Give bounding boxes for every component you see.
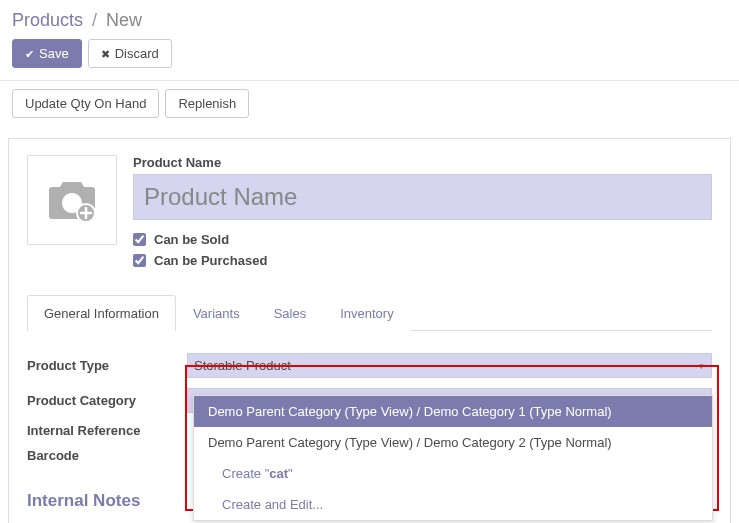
product-name-input[interactable] xyxy=(133,174,712,220)
caret-down-icon: ▾ xyxy=(699,361,704,371)
breadcrumb: Products / New xyxy=(0,0,739,39)
create-term: cat xyxy=(269,466,288,481)
product-category-dropdown: Demo Parent Category (Type View) / Demo … xyxy=(193,395,713,521)
create-prefix: Create " xyxy=(222,466,269,481)
breadcrumb-separator: / xyxy=(92,10,97,30)
breadcrumb-current: New xyxy=(106,10,142,30)
primary-button-row: Save Discard xyxy=(0,39,739,80)
product-type-select[interactable]: Storable Product ▾ xyxy=(187,353,712,378)
name-section: Product Name Can be Sold Can be Purchase… xyxy=(133,155,712,274)
tabs: General Information Variants Sales Inven… xyxy=(27,294,712,331)
camera-plus-icon xyxy=(42,175,102,225)
replenish-button[interactable]: Replenish xyxy=(165,89,249,118)
can-be-sold-label: Can be Sold xyxy=(154,232,229,247)
form-sheet: Product Name Can be Sold Can be Purchase… xyxy=(8,138,731,523)
barcode-label: Barcode xyxy=(27,448,187,463)
product-category-label: Product Category xyxy=(27,393,187,408)
can-be-purchased-checkbox[interactable] xyxy=(133,254,146,267)
discard-button-label: Discard xyxy=(115,46,159,61)
tab-sales[interactable]: Sales xyxy=(257,295,324,331)
can-be-purchased-row: Can be Purchased xyxy=(133,253,712,268)
can-be-sold-checkbox[interactable] xyxy=(133,233,146,246)
product-image-upload[interactable] xyxy=(27,155,117,245)
save-button-label: Save xyxy=(39,46,69,61)
can-be-purchased-label: Can be Purchased xyxy=(154,253,267,268)
can-be-sold-row: Can be Sold xyxy=(133,232,712,247)
dropdown-option-2[interactable]: Demo Parent Category (Type View) / Demo … xyxy=(194,427,712,458)
tab-inventory[interactable]: Inventory xyxy=(323,295,410,331)
top-section: Product Name Can be Sold Can be Purchase… xyxy=(27,155,712,274)
product-name-label: Product Name xyxy=(133,155,712,170)
product-type-label: Product Type xyxy=(27,358,187,373)
product-type-value: Storable Product xyxy=(194,358,291,373)
internal-reference-label: Internal Reference xyxy=(27,423,187,438)
save-button[interactable]: Save xyxy=(12,39,82,68)
dropdown-create-option[interactable]: Create "cat" xyxy=(194,458,712,489)
dropdown-create-edit-option[interactable]: Create and Edit... xyxy=(194,489,712,520)
times-icon xyxy=(101,46,110,61)
create-suffix: " xyxy=(288,466,293,481)
action-button-row: Update Qty On Hand Replenish xyxy=(0,80,739,126)
dropdown-option-1[interactable]: Demo Parent Category (Type View) / Demo … xyxy=(194,396,712,427)
tab-general-information[interactable]: General Information xyxy=(27,295,176,331)
tab-variants[interactable]: Variants xyxy=(176,295,257,331)
breadcrumb-root[interactable]: Products xyxy=(12,10,83,30)
check-icon xyxy=(25,46,34,61)
product-type-wrapper: Storable Product ▾ xyxy=(187,353,712,378)
checks: Can be Sold Can be Purchased xyxy=(133,232,712,268)
update-qty-button[interactable]: Update Qty On Hand xyxy=(12,89,159,118)
discard-button[interactable]: Discard xyxy=(88,39,172,68)
